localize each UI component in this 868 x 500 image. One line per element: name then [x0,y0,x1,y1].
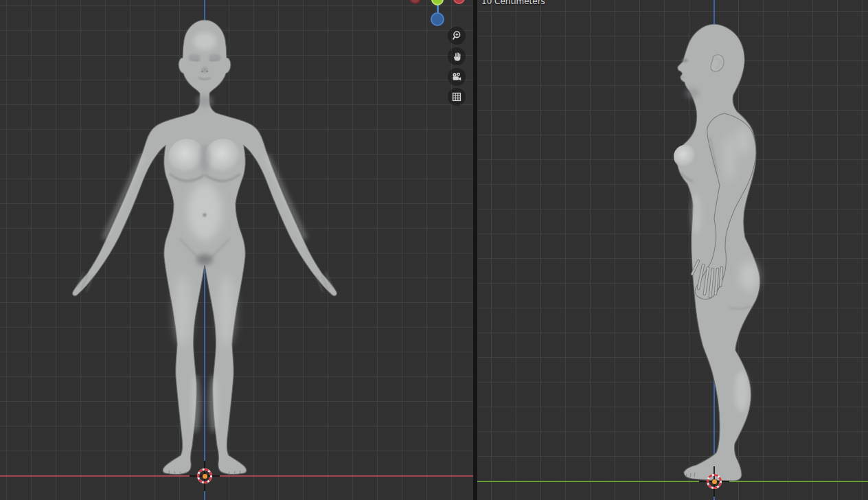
model-front-view [0,0,473,500]
grid-ortho-button[interactable] [448,88,466,106]
pan-button[interactable] [448,47,466,65]
object-origin-dot [203,474,207,479]
object-origin-dot [712,479,717,484]
blender-3d-workspace: 10 Centimeters [0,0,868,500]
axis-z-neg-ball[interactable] [431,12,444,26]
model-side-view [477,0,868,500]
grid-ortho-icon [451,91,462,102]
zoom-icon [451,30,462,41]
3d-cursor [699,466,729,497]
zoom-button[interactable] [448,27,466,45]
3d-cursor [190,461,220,491]
viewport-side[interactable]: 10 Centimeters [477,0,868,500]
camera-view-button[interactable] [448,68,466,86]
viewport-front[interactable] [0,0,473,500]
pan-hand-icon [451,51,462,62]
camera-view-icon [451,71,462,82]
